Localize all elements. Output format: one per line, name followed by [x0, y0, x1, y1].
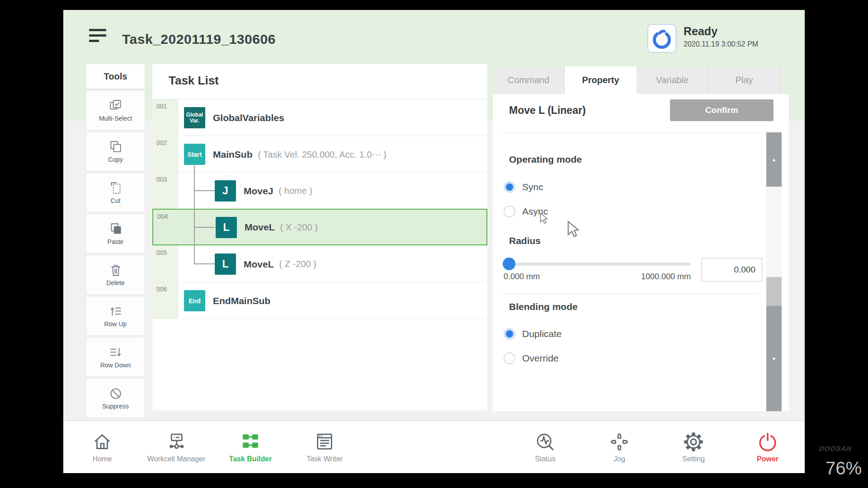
nav-home[interactable]: Home: [65, 421, 139, 473]
radio-override[interactable]: Override: [504, 352, 559, 365]
multi-select-icon: [108, 99, 123, 113]
tab-command[interactable]: Command: [493, 66, 565, 94]
tree-connector: [194, 190, 215, 191]
row-up-icon: [108, 304, 123, 319]
tool-label: Delete: [106, 279, 124, 286]
radio-duplicate[interactable]: Duplicate: [504, 327, 562, 341]
task-list-title: Task List: [169, 74, 219, 88]
radius-min-label: 0.000 mm: [504, 272, 540, 282]
tool-label: Suppress: [102, 403, 129, 410]
radius-value-input[interactable]: [701, 258, 762, 282]
hamburger-menu-icon[interactable]: [89, 29, 107, 46]
tree-connector-vertical: [194, 165, 195, 264]
tab-variable[interactable]: Variable: [637, 66, 708, 94]
movej-badge: J ‹›ˆˇ: [215, 180, 236, 202]
radio-sync[interactable]: Sync: [504, 180, 543, 194]
row-number: 004: [157, 213, 168, 220]
row-number: 005: [156, 249, 167, 256]
property-tabs: Command Property Variable Play: [493, 66, 789, 94]
delete-button[interactable]: Delete: [86, 255, 145, 295]
radius-slider-track[interactable]: [504, 263, 691, 266]
divider: [502, 132, 760, 133]
tree-connector: [194, 227, 215, 228]
status-timestamp: 2020.11.19 3:00:52 PM: [684, 40, 758, 48]
scrollbar-down-thumb[interactable]: ▼: [766, 306, 782, 411]
row-down-button[interactable]: Row Down: [86, 337, 145, 377]
task-list-panel: Task List 001 GlobalVar. GlobalVariables…: [152, 64, 487, 410]
bottom-nav: Home Workcell Manager: [63, 421, 805, 473]
setting-icon: [683, 432, 704, 452]
command-title: Move L (Linear): [509, 104, 586, 117]
suppress-button[interactable]: Suppress: [86, 378, 145, 418]
radius-slider-handle[interactable]: [503, 258, 515, 270]
overlay-percent: 76%: [826, 458, 862, 479]
tool-label: Multi-Select: [99, 115, 132, 122]
nav-workcell-manager[interactable]: Workcell Manager: [139, 421, 213, 473]
nav-setting[interactable]: Setting: [656, 421, 731, 473]
start-badge: Start: [184, 144, 205, 165]
radio-async[interactable]: Async: [504, 205, 548, 218]
row-number: 002: [156, 139, 167, 146]
radio-unselected-icon: [504, 206, 515, 217]
robot-gripper-icon: [648, 25, 675, 52]
tools-panel-title: Tools: [86, 64, 145, 89]
task-row-name: MoveL: [244, 259, 274, 270]
task-row-name: MoveJ: [244, 186, 273, 197]
nav-jog[interactable]: Jog: [582, 421, 656, 473]
row-number: 003: [156, 176, 167, 183]
power-icon: [757, 432, 778, 452]
global-var-badge: GlobalVar.: [184, 107, 205, 128]
task-row-params: ( Z -200 ): [279, 259, 316, 269]
cut-icon: [108, 181, 123, 195]
row-down-icon: [108, 345, 123, 360]
property-panel: Command Property Variable Play Move L (L…: [493, 66, 789, 411]
nav-task-builder[interactable]: Task Builder: [213, 421, 288, 473]
task-row-name: MainSub: [213, 149, 253, 160]
robot-status-button[interactable]: [647, 24, 676, 53]
scrollbar-up-thumb[interactable]: ▲: [766, 132, 782, 187]
nav-task-writer[interactable]: Task Writer: [288, 421, 362, 473]
delete-icon: [108, 263, 123, 277]
app-window: Task_20201119_130606 Ready 2020.11.19 3:…: [63, 10, 805, 473]
scrollbar-track-segment: [766, 277, 782, 306]
copy-button[interactable]: Copy: [86, 131, 145, 171]
copy-icon: [108, 140, 123, 154]
radius-label: Radius: [509, 235, 541, 246]
end-badge: End: [184, 290, 205, 311]
tool-label: Paste: [108, 238, 124, 245]
blending-mode-label: Blending mode: [509, 301, 578, 312]
task-row-endmainsub[interactable]: 006 End EndMainSub: [152, 282, 487, 319]
tab-filler: [780, 66, 789, 94]
paste-button[interactable]: Paste: [86, 214, 145, 253]
tree-connector: [194, 263, 215, 264]
task-row-name: MoveL: [245, 222, 275, 233]
property-scrollbar[interactable]: ▲ ▼: [766, 131, 782, 411]
task-builder-icon: [240, 432, 261, 452]
row-up-button[interactable]: Row Up: [86, 296, 145, 336]
suppress-icon: [108, 386, 123, 401]
operating-mode-label: Operating mode: [509, 154, 582, 165]
task-row-params: ( home ): [278, 186, 312, 196]
task-row-mainsub[interactable]: 002 Start MainSub ( Task Vel. 250.000, A…: [152, 136, 487, 173]
radio-selected-icon: [504, 328, 515, 340]
row-number: 006: [156, 286, 167, 293]
task-row-globalvariables[interactable]: 001 GlobalVar. GlobalVariables: [152, 99, 487, 136]
movel-badge: L ‹›ˆˇ: [215, 253, 236, 275]
tab-play[interactable]: Play: [708, 66, 780, 94]
status-ready-label: Ready: [684, 25, 758, 38]
cut-button[interactable]: Cut: [86, 173, 145, 212]
task-writer-icon: [314, 432, 335, 452]
multi-select-button[interactable]: Multi-Select: [86, 90, 145, 130]
jog-icon: [609, 432, 630, 452]
nav-power[interactable]: Power: [731, 421, 805, 473]
home-icon: [92, 432, 113, 452]
radius-max-label: 1000.000 mm: [633, 272, 691, 282]
tools-panel: Tools Multi-Select Copy Cut: [86, 64, 145, 418]
tool-label: Row Up: [104, 320, 127, 328]
tool-label: Copy: [108, 156, 123, 163]
confirm-button[interactable]: Confirm: [670, 99, 774, 121]
tool-label: Row Down: [100, 361, 131, 369]
tab-property[interactable]: Property: [565, 66, 637, 94]
nav-status[interactable]: Status: [508, 421, 582, 473]
radio-selected-icon: [504, 181, 515, 193]
